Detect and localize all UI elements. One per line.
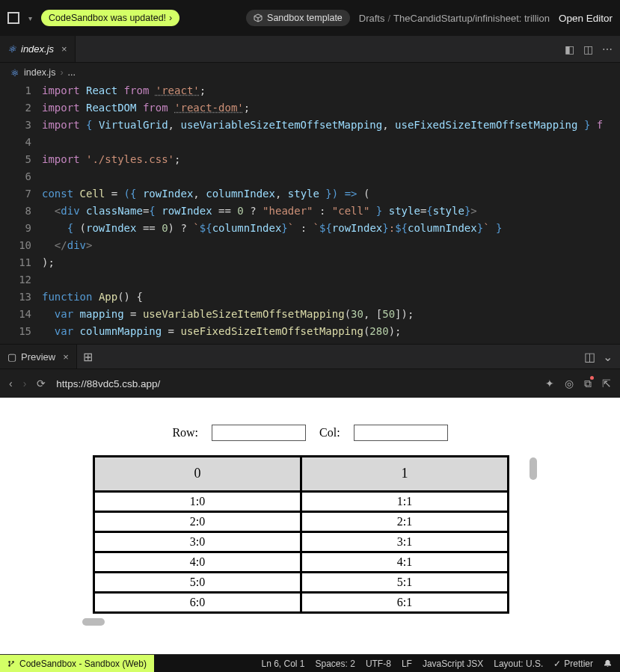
chevron-down-icon[interactable]: ▾ [28,14,32,22]
split-icon[interactable]: ◫ [583,43,593,55]
grid-cell: 5:0 [93,571,302,594]
close-icon[interactable]: × [63,351,69,363]
indent-setting[interactable]: Spaces: 2 [316,659,355,669]
grid-cell: 4:1 [300,551,509,573]
status-bar: CodeSandbox - Sandbox (Web) Ln 6, Col 1 … [0,654,620,672]
forward-icon[interactable]: › [23,377,27,389]
tab-label: index.js [21,43,54,55]
line-gutter: 12345678910111213141516 [0,82,42,344]
code-content[interactable]: import React from 'react';import ReactDO… [42,82,620,344]
grid-cell: 3:1 [300,531,509,553]
box-icon [254,13,263,22]
col-input[interactable] [354,425,448,441]
split-icon[interactable]: ◫ [584,350,595,364]
preview-toolbar: ‹ › ⟳ https://88vdc5.csb.app/ ✦ ◎ ⧉ ⇱ [0,369,620,398]
eol[interactable]: LF [402,659,412,669]
codesandbox-status[interactable]: CodeSandbox - Sandbox (Web) [0,655,154,672]
add-panel-button[interactable]: ⊞ [77,345,99,369]
row-label: Row: [172,426,198,440]
ellipsis-icon[interactable]: ⋯ [602,43,613,55]
grid-cell: 1:1 [300,490,509,513]
grid-cell: 1:0 [93,490,302,513]
close-icon[interactable]: × [61,43,67,55]
target-icon[interactable]: ◎ [565,377,574,390]
grid-cell: 4:0 [93,551,302,573]
editor-breadcrumb: ⚛ index.js › ... [0,63,620,82]
svg-point-2 [12,661,14,663]
header-cell: 1 [300,455,509,493]
grid-cell: 3:0 [93,531,302,553]
breadcrumb[interactable]: Drafts/TheCandidStartup/infinisheet: tri… [359,13,550,24]
grid-cell: 2:1 [300,511,509,533]
horizontal-scrollbar[interactable] [82,618,105,626]
language-mode[interactable]: JavaScript JSX [423,659,483,669]
dock-icon[interactable]: ⧉ [584,377,592,390]
panel-tabbar: ▢ Preview × ⊞ ◫ ⌄ [0,344,620,369]
svg-point-0 [8,661,10,663]
branch-icon [7,660,15,668]
bell-icon[interactable]: 🔔︎ [604,659,613,669]
menu-square-icon[interactable] [7,12,19,24]
layout-columns-icon[interactable]: ◧ [565,43,574,55]
reload-icon[interactable]: ⟳ [37,377,46,389]
header-cell: 0 [93,455,302,493]
grid-cell: 6:0 [93,591,302,614]
keyboard-layout[interactable]: Layout: U.S. [494,659,543,669]
check-icon: ✓ [553,659,561,669]
chevron-down-icon[interactable]: ⌄ [603,350,613,364]
row-input[interactable] [212,425,306,441]
encoding[interactable]: UTF-8 [366,659,391,669]
grid-cell: 2:0 [93,511,302,533]
editor-tabbar: ⚛ index.js × ◧ ◫ ⋯ [0,36,620,63]
prettier-status[interactable]: ✓Prettier [553,659,593,669]
update-pill-label: CodeSandbox was updated! [49,13,166,23]
svg-point-1 [8,665,10,667]
window-icon: ▢ [7,351,16,363]
grid-cell: 5:1 [300,571,509,594]
open-editor-button[interactable]: Open Editor [559,13,613,24]
virtual-grid[interactable]: 0 1 1:01:1 2:02:1 3:03:1 4:04:1 5:05:1 6… [94,456,527,612]
sparkle-icon[interactable]: ✦ [545,377,554,390]
cursor-position[interactable]: Ln 6, Col 1 [261,659,304,669]
tab-index-js[interactable]: ⚛ index.js × [0,36,76,62]
update-pill[interactable]: CodeSandbox was updated! › [41,10,179,26]
grid-cell: 6:1 [300,591,509,614]
tab-preview[interactable]: ▢ Preview × [0,345,77,369]
chevron-right-icon: › [169,13,172,23]
vertical-scrollbar[interactable] [530,457,537,480]
url-bar[interactable]: https://88vdc5.csb.app/ [56,378,160,389]
preview-frame: Row: Col: 0 1 1:01:1 2:02:1 3:03:1 4:04:… [0,398,620,654]
react-icon: ⚛ [10,67,19,78]
sandbox-template-pill[interactable]: Sandbox template [246,10,350,26]
code-editor[interactable]: 12345678910111213141516 import React fro… [0,82,620,344]
col-label: Col: [319,426,340,440]
template-label: Sandbox template [267,13,343,23]
react-icon: ⚛ [7,43,16,55]
back-icon[interactable]: ‹ [9,377,13,389]
popout-icon[interactable]: ⇱ [602,377,611,390]
